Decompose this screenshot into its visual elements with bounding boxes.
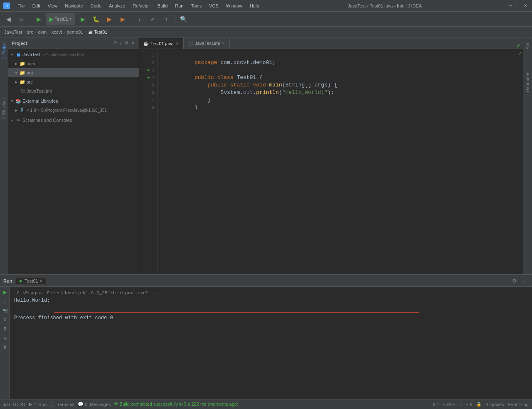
editor-content[interactable]: 1 2 ▶3 ▶4 5 6 7 8 package com.xccvt.demo… [139,49,523,274]
menu-code[interactable]: Code [87,2,105,9]
tree-idea[interactable]: ▶ 📁 .idea [8,59,139,68]
run-tab-close[interactable]: ✕ [39,279,43,283]
run-tab-test01[interactable]: ▶ Test01 ✕ [16,278,46,284]
tree-out-label: out [27,70,33,75]
event-log-button[interactable]: Event Log [508,402,529,407]
tree-arrow-src[interactable]: ▶ [14,80,18,84]
crumb-xccvt[interactable]: xccvt [52,30,62,34]
editor-scrollbar[interactable]: ✓ [517,49,523,274]
vcs-update-button[interactable]: ↓ [134,13,145,25]
menu-navigate[interactable]: Navigate [62,2,86,9]
run-print-button[interactable]: 🖨 [1,334,9,342]
line-separator[interactable]: CRLF [443,402,456,407]
run-settings-button[interactable]: ⚙ [510,276,519,286]
forward-button[interactable]: ▶ [16,13,27,25]
tab-test01-icon: ☕ [143,41,148,46]
output-hello-line: Hello,World; [14,297,528,304]
menu-window[interactable]: Window [223,2,246,9]
tree-arrow-idea[interactable]: ▶ [14,62,18,66]
hide-icon[interactable]: ✕ [130,39,135,47]
run-up-arrow-button[interactable]: ⬆ [1,325,9,333]
menu-edit[interactable]: Edit [29,2,44,9]
crumb-test01[interactable]: ☕Test01 [88,29,107,34]
code-line-3: public class Test01 { [162,67,513,74]
menu-analyze[interactable]: Analyze [106,2,128,9]
back-button[interactable]: ◀ [2,13,14,25]
menu-bar[interactable]: File Edit View Navigate Code Analyze Ref… [14,2,263,9]
crumb-src[interactable]: src [27,30,33,34]
run-play-button[interactable]: ▶ [1,288,9,296]
search-everywhere-button[interactable]: 🔍 [177,13,189,25]
minimize-button[interactable]: ─ [507,2,514,9]
tab-test01[interactable]: ☕ Test01.java ✕ [139,38,184,49]
menu-run[interactable]: Run [172,2,187,9]
crumb-project[interactable]: JavaTest [4,30,22,34]
close-button[interactable]: ✕ [522,2,529,9]
crumb-com[interactable]: com [38,30,47,34]
ant-label[interactable]: Ant [525,39,531,53]
database-label[interactable]: Database [525,69,531,96]
run-camera-button[interactable]: 📷 [1,307,9,314]
tab-iml-icon: ⬛ [188,41,193,46]
tree-arrow-jdk[interactable]: ▶ [14,108,18,112]
tab-test01-close[interactable]: ✕ [176,42,179,46]
vertical-tabs: 1: Project 2: Structure [0,37,8,274]
tab-iml-close[interactable]: ✕ [222,41,225,45]
tree-jdk[interactable]: ▶ 🗄 < 1.8 > C:\Program Files\Java\jdk1.8… [8,106,139,115]
vtab-structure[interactable]: 2: Structure [1,96,7,121]
messages-label: 0: Messages [85,402,111,407]
out-folder-icon: 📁 [20,70,25,76]
run-minimize-button[interactable]: ─ [520,276,529,286]
run-button[interactable]: ▶ [77,13,89,25]
status-todo-button[interactable]: ≡ 6: TODO [3,402,25,407]
menu-help[interactable]: Help [246,2,263,9]
tree-root[interactable]: ▼ ◼ JavaTest E:\code\java\JavaTest [8,50,139,59]
project-header: Project ⟳ ↕ ⚙ ✕ [8,37,139,49]
maximize-button[interactable]: □ [515,2,521,9]
menu-refactor[interactable]: Refactor [129,2,153,9]
window-controls[interactable]: ─ □ ✕ [507,2,529,9]
output-hello-text: Hello,World; [14,297,50,304]
tree-arrow-extlibs[interactable]: ▼ [10,99,14,103]
tree-ext-libs[interactable]: ▼ 📚 External Libraries [8,96,139,106]
tree-arrow-out[interactable]: ▼ [14,71,18,75]
tab-javatest-iml[interactable]: ⬛ JavaTest.iml ✕ [184,38,230,49]
debug-button[interactable]: 🐛 [90,13,102,25]
menu-file[interactable]: File [14,2,28,9]
tree-arrow-scratches[interactable]: ▶ [10,118,14,122]
vcs-commit-button[interactable]: ✓ [147,13,159,25]
vcs-push-button[interactable]: ↑ [160,13,172,25]
code-line-7: } [162,96,513,104]
settings-icon[interactable]: ⚙ [123,39,129,47]
run-list-button[interactable]: ≡ [1,316,9,323]
run-config-selector[interactable]: ▶ Test01 ▼ [46,13,75,25]
run-trash-button[interactable]: 🗑 [1,343,9,351]
tree-scratches[interactable]: ▶ ✏ Scratches and Consoles [8,116,139,125]
line-7: 7 [139,96,154,104]
build-button[interactable]: ▶ [33,13,44,25]
status-messages-button[interactable]: 💬 0: Messages [78,402,111,407]
crumb-demo01[interactable]: demo01 [67,30,84,34]
coverage-button[interactable]: ▶ [103,13,115,25]
menu-build[interactable]: Build [154,2,171,9]
code-editor[interactable]: package com.xccvt.demo01; public class T… [158,49,517,274]
run-down-button[interactable]: ↓ [1,298,9,305]
collapse-icon[interactable]: ↕ [119,39,123,47]
tree-out[interactable]: ▼ 📁 out [8,68,139,77]
tree-iml[interactable]: ▶ ⬛ JavaTest.iml [8,86,139,96]
cursor-position[interactable]: 8:1 [433,402,439,407]
menu-tools[interactable]: Tools [187,2,205,9]
menu-view[interactable]: View [44,2,61,9]
profile-button[interactable]: ▶ [117,13,128,25]
tree-arrow-root[interactable]: ▼ [10,52,14,57]
indent-label[interactable]: 4 spaces [485,402,504,407]
menu-vcs[interactable]: VCS [206,2,222,9]
line-5: 5 [139,81,154,89]
tree-src[interactable]: ▶ 📁 src [8,77,139,86]
sync-icon[interactable]: ⟳ [113,39,118,47]
encoding-label[interactable]: UTF-8 [459,402,472,407]
vtab-project[interactable]: 1: Project [1,40,7,61]
status-right: 8:1 CRLF UTF-8 🔒 4 spaces Event Log [433,402,529,407]
status-terminal-button[interactable]: ⬛ Terminal [50,402,74,407]
status-run-button[interactable]: ▶ 4: Run [29,402,47,407]
